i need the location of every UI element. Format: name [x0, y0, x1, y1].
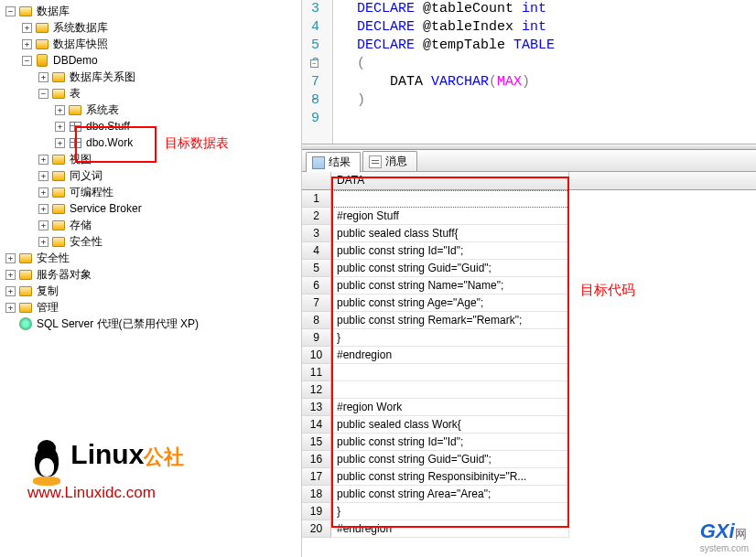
expand-icon[interactable]: + [38, 237, 49, 247]
expand-icon[interactable]: + [5, 286, 16, 296]
annotation-label-code: 目标代码 [580, 282, 635, 299]
tree-node-tables[interactable]: − 表 [5, 85, 301, 102]
tree-node-programmability[interactable]: + 可编程性 [5, 184, 301, 200]
annotation-label-tables: 目标数据表 [165, 135, 229, 152]
line-number: 7 [302, 73, 319, 91]
expand-icon[interactable]: + [38, 204, 49, 214]
expand-icon[interactable]: + [55, 138, 65, 148]
expand-icon[interactable]: + [5, 303, 16, 313]
fold-end-icon: − [310, 96, 319, 104]
row-number[interactable]: 19 [302, 503, 331, 520]
row-number[interactable]: 4 [302, 242, 331, 260]
folder-icon [52, 155, 65, 165]
tree-node-sysdb[interactable]: + 系统数据库 [5, 19, 301, 36]
results-grid[interactable]: DATA 12#region Stuff3public sealed class… [302, 172, 756, 557]
tree-label: DBDemo [52, 52, 99, 69]
tree-node-server-objects[interactable]: + 服务器对象 [5, 266, 301, 283]
gxi-wang: 网 [735, 527, 747, 541]
tree-node-snapshot[interactable]: + 数据库快照 [5, 36, 301, 52]
message-icon [369, 155, 382, 168]
row-number[interactable]: 8 [302, 312, 331, 329]
expand-icon[interactable]: + [55, 105, 65, 115]
editor-gutter: 3 4 5 6− 7 8− 9 [302, 0, 333, 144]
row-number[interactable]: 6 [302, 277, 331, 295]
tree-node-storage[interactable]: + 存储 [5, 217, 301, 233]
expand-icon[interactable]: + [5, 253, 16, 263]
row-number[interactable]: 7 [302, 295, 331, 312]
row-number[interactable]: 16 [302, 451, 331, 468]
tree-node-systables[interactable]: + 系统表 [5, 102, 301, 118]
grid-corner [302, 172, 331, 189]
fold-icon[interactable]: − [310, 59, 319, 68]
line-number: 8− [302, 91, 319, 110]
tree-label: Service Broker [69, 200, 143, 217]
tree-node-security-inner[interactable]: + 安全性 [5, 233, 301, 250]
tree-label: 安全性 [69, 233, 103, 250]
collapse-icon[interactable]: − [38, 89, 49, 99]
row-number[interactable]: 9 [302, 329, 331, 347]
tree-label: 安全性 [36, 250, 70, 266]
line-number: 6− [302, 55, 319, 73]
row-number[interactable]: 11 [302, 364, 331, 381]
expand-icon[interactable]: + [38, 72, 49, 82]
tree-node-dbdemo[interactable]: − DBDemo [5, 52, 301, 69]
tree-node-sql-agent[interactable]: SQL Server 代理(已禁用代理 XP) [5, 316, 301, 332]
expand-icon[interactable]: + [55, 122, 65, 132]
row-number[interactable]: 18 [302, 486, 331, 503]
row-number[interactable]: 14 [302, 416, 331, 434]
tree-node-diagrams[interactable]: + 数据库关系图 [5, 69, 301, 85]
tree-node-service-broker[interactable]: + Service Broker [5, 200, 301, 217]
expand-icon[interactable]: + [38, 155, 49, 165]
query-panel: 3 4 5 6− 7 8− 9 DECLARE @tableCount int … [302, 0, 756, 557]
line-number: 4 [302, 18, 319, 37]
sql-editor[interactable]: 3 4 5 6− 7 8− 9 DECLARE @tableCount int … [302, 0, 756, 145]
folder-icon [52, 237, 65, 247]
expand-icon[interactable]: + [22, 39, 32, 49]
database-icon [37, 54, 48, 67]
tree-node-security[interactable]: + 安全性 [5, 250, 301, 266]
logo-brand: Linu [70, 439, 128, 469]
line-number: 5 [302, 37, 319, 55]
expand-icon[interactable]: + [38, 220, 49, 230]
tree-node-synonyms[interactable]: + 同义词 [5, 167, 301, 184]
agent-icon [19, 317, 32, 330]
expand-icon[interactable]: + [38, 187, 49, 198]
tree-label: 同义词 [69, 167, 103, 184]
row-number[interactable]: 17 [302, 468, 331, 486]
tree-node-management[interactable]: + 管理 [5, 299, 301, 316]
row-number[interactable]: 3 [302, 225, 331, 242]
tab-label: 消息 [385, 154, 407, 169]
expand-icon[interactable]: + [5, 270, 16, 280]
row-number[interactable]: 13 [302, 399, 331, 416]
folder-icon [19, 270, 32, 280]
row-number[interactable]: 2 [302, 208, 331, 225]
tree-node-databases[interactable]: − 数据库 [5, 3, 301, 19]
collapse-icon[interactable]: − [22, 56, 32, 66]
tree-label: 系统表 [85, 102, 120, 118]
folder-icon [19, 6, 32, 16]
row-number[interactable]: 20 [302, 520, 331, 538]
row-number[interactable]: 12 [302, 381, 331, 399]
tree-label: 复制 [36, 283, 59, 299]
expand-icon[interactable]: + [38, 171, 49, 181]
row-number[interactable]: 5 [302, 260, 331, 277]
row-number[interactable]: 10 [302, 347, 331, 364]
tree-label: 存储 [69, 217, 92, 233]
folder-icon [36, 39, 49, 49]
tab-messages[interactable]: 消息 [362, 151, 417, 171]
tree-label: 数据库 [36, 3, 70, 19]
tree-node-replication[interactable]: + 复制 [5, 283, 301, 299]
collapse-icon[interactable]: − [5, 6, 16, 16]
folder-icon [52, 187, 65, 198]
tab-results[interactable]: 结果 [306, 152, 361, 172]
row-number[interactable]: 1 [302, 190, 331, 208]
grid-icon [312, 156, 325, 169]
gxi-main: GXi [700, 520, 735, 542]
linuxidc-logo: Linux公社 www.Linuxidc.com [27, 438, 238, 502]
tab-label: 结果 [329, 155, 351, 170]
row-number[interactable]: 15 [302, 434, 331, 451]
gxi-sub: system.com [700, 543, 749, 553]
tree-label: 数据库快照 [52, 36, 109, 52]
tree-label: 数据库关系图 [69, 69, 136, 85]
expand-icon[interactable]: + [22, 23, 32, 33]
